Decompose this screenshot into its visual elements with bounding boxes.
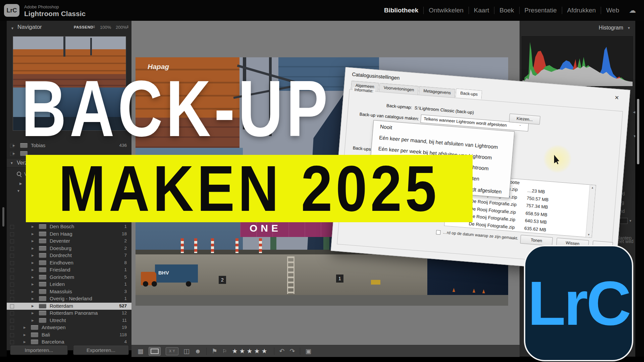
note-checkbox[interactable]: [436, 230, 441, 235]
folder-checkbox[interactable]: [10, 340, 14, 344]
folder-checkbox[interactable]: [10, 297, 14, 301]
expand-arrow-icon[interactable]: ▶: [32, 232, 34, 236]
lrc-app-icon: LrC: [4, 4, 19, 17]
folder-row-gorinchem[interactable]: ▶Gorinchem5: [7, 274, 131, 281]
crop-overlay-icon[interactable]: ▣: [305, 348, 311, 354]
folder-checkbox[interactable]: [10, 290, 14, 294]
expand-arrow-icon[interactable]: ▶: [32, 261, 34, 264]
folder-checkbox[interactable]: [10, 311, 14, 315]
flag-pick-icon[interactable]: ⚑: [212, 348, 217, 354]
expand-arrow-icon[interactable]: ▶: [32, 247, 34, 250]
folder-row-rotterdam-selected[interactable]: ▶Rotterdam527: [7, 303, 131, 310]
histogram-collapse-icon[interactable]: ▼: [627, 26, 631, 30]
folder-row-overig-nederland[interactable]: ▶Overig - Nederland1: [7, 295, 131, 302]
expand-arrow-icon[interactable]: ▶: [23, 326, 26, 329]
expand-arrow-icon[interactable]: ▶: [32, 290, 34, 293]
compare-view-icon[interactable]: XY: [166, 347, 178, 355]
close-icon[interactable]: ✕: [614, 95, 620, 101]
folder-checkbox[interactable]: [10, 268, 14, 272]
right-scrollbar[interactable]: [637, 99, 639, 164]
expand-arrow-icon[interactable]: ▶: [32, 311, 34, 315]
module-ontwikkelen[interactable]: Ontwikkelen: [423, 7, 469, 14]
folder-row-maassluis[interactable]: ▶Maassluis3: [7, 288, 131, 295]
folder-icon: [39, 253, 46, 258]
folder-checkbox[interactable]: [10, 283, 14, 287]
fit-updown-icon[interactable]: ⇕: [93, 25, 96, 29]
expand-arrow-icon[interactable]: ▶: [32, 319, 34, 322]
folder-row-rotterdam-panorama[interactable]: ▶Rotterdam Panorama12: [7, 310, 131, 317]
folder-checkbox[interactable]: [10, 225, 14, 229]
folder-row-dordrecht[interactable]: ▶Dordrecht7: [7, 252, 131, 259]
folder-row-eindhoven[interactable]: ▶Eindhoven8: [7, 259, 131, 266]
expand-arrow-icon[interactable]: ▶: [23, 333, 26, 337]
chevron-down-icon[interactable]: ˇ: [519, 124, 521, 128]
collections-collapse-icon[interactable]: ▼: [10, 161, 13, 165]
tree-expand-icon[interactable]: ▶: [19, 182, 22, 185]
folder-count: 2: [124, 246, 127, 251]
folder-row-utrecht[interactable]: ▶Utrecht11: [7, 317, 131, 324]
folder-row-deventer[interactable]: ▶Deventer2: [7, 238, 131, 245]
loupe-view-icon[interactable]: [149, 347, 161, 356]
expand-arrow-icon[interactable]: ▶: [13, 152, 15, 155]
folder-row-den-bosch[interactable]: ▶Den Bosch1: [7, 223, 131, 230]
expand-arrow-icon[interactable]: ▶: [23, 340, 26, 344]
folder-row-doesburg[interactable]: ▶Doesburg2: [7, 245, 131, 252]
folder-checkbox[interactable]: [10, 326, 14, 330]
export-button[interactable]: Exporteren...: [73, 345, 129, 355]
tree-collapse-icon[interactable]: ▼: [17, 189, 20, 193]
zoom-100-button[interactable]: 100%: [100, 25, 111, 30]
expand-arrow-icon[interactable]: ▶: [32, 254, 34, 257]
folder-row-antwerpen[interactable]: ▶Antwerpen19: [7, 324, 131, 331]
expand-arrow-icon[interactable]: ▶: [32, 297, 34, 300]
rotate-right-icon[interactable]: ↷: [290, 348, 295, 354]
people-view-icon[interactable]: ☻: [195, 348, 201, 354]
navigator-collapse-icon[interactable]: ▼: [11, 26, 14, 30]
keyword-spinner-arrow[interactable]: ▼: [629, 219, 632, 223]
folder-checkbox[interactable]: [10, 319, 14, 323]
folder-checkbox[interactable]: [10, 254, 14, 258]
folder-count: 18: [122, 231, 127, 236]
folder-count: 5: [124, 275, 127, 280]
expand-arrow-icon[interactable]: ▶: [32, 239, 34, 243]
expand-arrow-icon[interactable]: ▶: [32, 283, 34, 286]
star-rating[interactable]: ★★★★★: [232, 347, 269, 355]
folder-checkbox[interactable]: [10, 247, 14, 251]
rotate-left-icon[interactable]: ↶: [279, 348, 285, 354]
folder-checkbox[interactable]: [10, 232, 14, 236]
folder-checkbox[interactable]: [10, 333, 14, 337]
expand-arrow-icon[interactable]: ▶: [32, 268, 34, 272]
folder-checkbox[interactable]: [10, 304, 14, 308]
folder-checkbox[interactable]: [10, 276, 14, 280]
folder-row-den-haag[interactable]: ▶Den Haag18: [7, 231, 131, 238]
compare-y-label: Y: [173, 349, 175, 353]
scroll-up-icon[interactable]: ▲: [591, 186, 594, 189]
cloud-sync-icon[interactable]: ☁: [629, 6, 636, 14]
expand-arrow-icon[interactable]: ▶: [32, 225, 34, 228]
module-kaart[interactable]: Kaart: [469, 7, 494, 14]
folder-row-friesland[interactable]: ▶Friesland1: [7, 266, 131, 274]
module-boek[interactable]: Boek: [494, 7, 519, 14]
folder-label: Den Haag: [50, 231, 72, 237]
folder-row-barcelona[interactable]: ▶Barcelona4: [7, 339, 131, 346]
module-afdrukken[interactable]: Afdrukken: [562, 7, 601, 14]
import-button[interactable]: Importeren...: [10, 345, 68, 355]
grid-view-icon[interactable]: ▦: [138, 348, 144, 354]
left-scrollbar[interactable]: [2, 207, 4, 227]
zoom-200-button[interactable]: 200%: [116, 25, 127, 30]
survey-view-icon[interactable]: ◫: [183, 348, 190, 354]
folder-row-bali[interactable]: ▶Bali118: [7, 331, 131, 339]
module-presentatie[interactable]: Presentatie: [519, 7, 562, 14]
scroll-down-icon[interactable]: ▼: [587, 233, 590, 236]
expand-arrow-icon[interactable]: ▶: [32, 276, 34, 279]
histogram-panel[interactable]: [522, 36, 633, 86]
folder-row-leiden[interactable]: ▶Leiden1: [7, 281, 131, 288]
photo-striped-pole: [235, 238, 238, 253]
zoom-updown-icon[interactable]: ⇕: [126, 25, 129, 29]
module-web[interactable]: Web: [601, 7, 624, 14]
expand-arrow-icon[interactable]: ▶: [32, 304, 34, 308]
flag-reject-icon[interactable]: ⚐: [222, 349, 227, 354]
folder-checkbox[interactable]: [10, 261, 14, 265]
module-bibliotheek[interactable]: Bibliotheek: [379, 7, 423, 14]
navigator-fit-button[interactable]: PASSEND: [74, 25, 93, 29]
expand-arrow-icon[interactable]: ▶: [13, 144, 15, 147]
